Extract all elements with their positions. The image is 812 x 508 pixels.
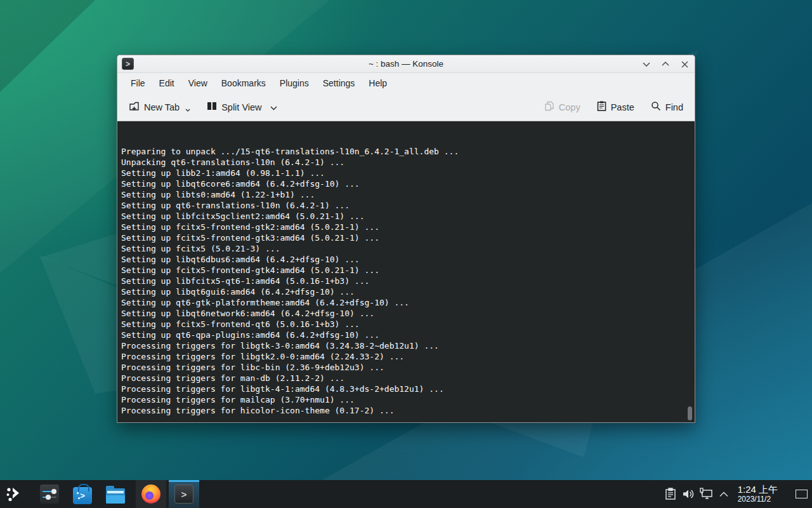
terminal-line: Setting up fcitx5-frontend-gtk4:amd64 (5… <box>121 265 695 276</box>
paste-label: Paste <box>611 102 634 112</box>
terminal-scrollbar[interactable] <box>688 406 692 420</box>
new-tab-icon <box>129 101 140 114</box>
menu-item[interactable]: File <box>124 76 152 91</box>
konsole-icon: > <box>174 485 193 504</box>
terminal-line: Processing triggers for libgtk-3-0:amd64… <box>121 340 695 351</box>
show-desktop-button[interactable] <box>790 480 812 508</box>
new-tab-button[interactable]: New Tab <box>126 97 193 117</box>
terminal-line: Setting up libb2-1:amd64 (0.98.1-1.1) ..… <box>121 168 695 178</box>
terminal-line: Setting up libts0:amd64 (1.22-1+b1) ... <box>121 189 695 200</box>
copy-button[interactable]: Copy <box>542 97 583 117</box>
firefox-icon <box>141 485 160 504</box>
taskbar: > > <box>0 480 812 508</box>
clock-time: 1:24 上午 <box>738 485 778 495</box>
maximize-icon[interactable] <box>660 59 671 69</box>
terminal-line: Setting up libqt6network6:amd64 (6.4.2+d… <box>121 308 695 319</box>
terminal-line: Processing triggers for hicolor-icon-the… <box>121 405 695 416</box>
paste-button[interactable]: Paste <box>594 97 637 117</box>
window-controls <box>641 55 690 73</box>
konsole-app-icon: > <box>122 58 134 70</box>
discover-launcher[interactable]: > <box>69 480 96 508</box>
split-view-chevron-down-icon <box>270 102 277 112</box>
terminal-line: Setting up libfcitx5gclient2:amd64 (5.0.… <box>121 211 695 222</box>
split-view-label: Split View <box>221 102 261 112</box>
find-button[interactable]: Find <box>648 97 686 117</box>
terminal-line: Processing triggers for man-db (2.11.2-2… <box>121 373 695 384</box>
clipboard-icon[interactable] <box>662 480 679 508</box>
terminal-line: Processing triggers for mailcap (3.70+nm… <box>121 394 695 405</box>
close-icon[interactable] <box>679 59 690 69</box>
dolphin-launcher[interactable] <box>102 480 129 508</box>
system-settings-icon <box>40 485 59 504</box>
application-launcher-button[interactable] <box>0 480 28 508</box>
split-view-icon <box>207 101 217 113</box>
copy-icon <box>544 101 554 113</box>
menubar: FileEditViewBookmarksPluginsSettingsHelp <box>117 73 695 93</box>
find-label: Find <box>665 102 683 112</box>
menu-item[interactable]: Edit <box>152 76 181 91</box>
discover-arrow-glyph: > <box>80 491 85 500</box>
new-tab-chevron-down-icon <box>185 104 190 114</box>
terminal-line: Unpacking qt6-translations-l10n (6.4.2-1… <box>121 157 695 168</box>
terminal-output[interactable]: Preparing to unpack .../15-qt6-translati… <box>117 121 695 423</box>
terminal-line: Setting up libqt6core6:amd64 (6.4.2+dfsg… <box>121 178 695 189</box>
menu-item[interactable]: Plugins <box>273 76 316 91</box>
menu-item[interactable]: Help <box>362 76 394 91</box>
window-title: ~ : bash — Konsole <box>369 59 443 69</box>
volume-icon[interactable] <box>679 480 697 508</box>
task-button-firefox[interactable] <box>136 480 166 508</box>
menu-item[interactable]: Bookmarks <box>214 76 273 91</box>
paste-icon <box>597 101 606 113</box>
terminal-line: Processing triggers for libgtk2.0-0:amd6… <box>121 351 695 362</box>
split-view-button[interactable]: Split View <box>204 97 279 117</box>
new-tab-label: New Tab <box>144 102 180 112</box>
terminal-line: Setting up qt6-gtk-platformtheme:amd64 (… <box>121 297 695 308</box>
terminal-line: Setting up qt6-qpa-plugins:amd64 (6.4.2+… <box>121 330 695 340</box>
terminal-line: Setting up libfcitx5-qt6-1:amd64 (5.0.16… <box>121 276 695 286</box>
konsole-window: > ~ : bash — Konsole FileEditViewBookmar… <box>117 55 695 423</box>
folder-icon <box>106 488 125 504</box>
menu-item[interactable]: View <box>181 76 214 91</box>
minimize-icon[interactable] <box>641 59 652 69</box>
network-icon[interactable] <box>697 480 715 508</box>
terminal-line: Processing triggers for libc-bin (2.36-9… <box>121 362 695 373</box>
terminal-line: Processing triggers for libgtk-4-1:amd64… <box>121 384 695 394</box>
terminal-line: Setting up fcitx5 (5.0.21-3) ... <box>121 243 695 254</box>
terminal-line: Setting up fcitx5-frontend-gtk2:amd64 (5… <box>121 222 695 232</box>
terminal-lines: Preparing to unpack .../15-qt6-translati… <box>121 146 695 416</box>
expand-tray-chevron-up-icon[interactable] <box>715 480 733 508</box>
find-icon <box>651 101 661 113</box>
kickoff-icon <box>5 485 23 503</box>
terminal-line: Setting up libqt6gui6:amd64 (6.4.2+dfsg-… <box>121 286 695 297</box>
system-tray: 1:24 上午 2023/11/2 <box>662 480 812 508</box>
show-desktop-icon <box>796 490 808 498</box>
toolbar-right-group: Copy Paste <box>542 97 686 117</box>
menu-item[interactable]: Settings <box>316 76 362 91</box>
toolbar: New Tab Split View <box>117 93 695 121</box>
task-button-konsole[interactable]: > <box>169 480 199 508</box>
discover-icon: > <box>73 487 92 504</box>
titlebar[interactable]: > ~ : bash — Konsole <box>117 55 695 73</box>
digital-clock[interactable]: 1:24 上午 2023/11/2 <box>738 485 778 504</box>
terminal-line: Setting up qt6-translations-l10n (6.4.2-… <box>121 200 695 211</box>
clock-date: 2023/11/2 <box>738 495 778 504</box>
terminal-line: Setting up fcitx5-frontend-qt6 (5.0.16-1… <box>121 319 695 330</box>
terminal-line: Setting up fcitx5-frontend-gtk3:amd64 (5… <box>121 232 695 243</box>
terminal-line: Setting up libqt6dbus6:amd64 (6.4.2+dfsg… <box>121 254 695 265</box>
system-settings-launcher[interactable] <box>36 480 63 508</box>
terminal-line: Preparing to unpack .../15-qt6-translati… <box>121 146 695 157</box>
copy-label: Copy <box>559 102 580 112</box>
